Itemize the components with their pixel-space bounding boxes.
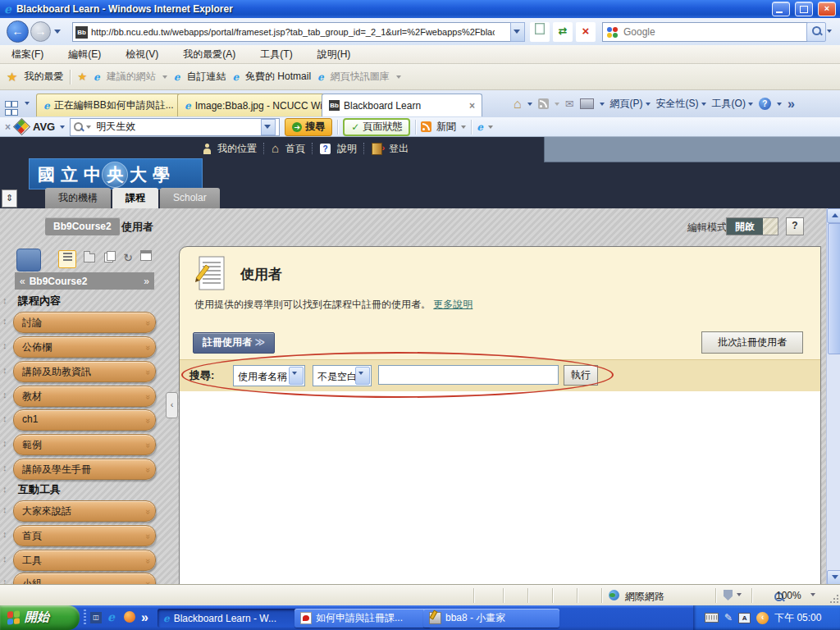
- menu-file[interactable]: 檔案(F): [5, 45, 50, 64]
- menu-favorites[interactable]: 我的最愛(A): [176, 45, 242, 64]
- restore-button[interactable]: [795, 2, 813, 16]
- back-button[interactable]: ←: [7, 21, 29, 43]
- google-search-box[interactable]: [602, 22, 814, 42]
- tab-courses[interactable]: 課程: [112, 188, 158, 208]
- sidebar-item-handbook[interactable]: 講師及學生手冊»: [13, 459, 156, 480]
- list-view-icon[interactable]: [58, 250, 76, 268]
- layout-view-icon[interactable]: [138, 250, 154, 267]
- webslices-dropdown-icon[interactable]: [396, 75, 401, 79]
- scrollbar-thumb[interactable]: [828, 223, 840, 354]
- close-button[interactable]: ×: [818, 2, 836, 16]
- more-help-link[interactable]: 更多說明: [433, 299, 472, 310]
- home-dropdown[interactable]: [527, 103, 532, 106]
- task-paint[interactable]: bba8 - 小畫家: [423, 609, 559, 628]
- scroll-up-button[interactable]: [827, 208, 840, 223]
- zoom-level[interactable]: 100%: [776, 590, 801, 601]
- refresh-button[interactable]: ⇄: [553, 22, 573, 42]
- recent-pages-dropdown[interactable]: [54, 30, 61, 34]
- ime-tray-icon[interactable]: A: [738, 613, 751, 623]
- quick-launch-overflow-icon[interactable]: »: [141, 610, 148, 625]
- menu-view[interactable]: 檢視(V): [119, 45, 165, 64]
- drag-handle-icon[interactable]: ↕: [2, 413, 7, 423]
- sidebar-item-tools[interactable]: 工具»: [13, 550, 156, 571]
- nav-logout[interactable]: 登出: [389, 142, 409, 156]
- read-mail-icon[interactable]: ✉: [565, 98, 574, 110]
- drag-handle-icon[interactable]: ↕: [2, 504, 7, 514]
- sidebar-item-lets-talk[interactable]: 大家來說話»: [13, 500, 156, 522]
- tab-wiki-image[interactable]: e Image:Bba8.jpg - NCUCC Wiki: [177, 94, 333, 116]
- address-field[interactable]: Bb http://bb.ncu.edu.tw/webapps/portal/f…: [72, 22, 517, 42]
- news-dropdown[interactable]: [461, 126, 466, 129]
- sidebar-item-materials[interactable]: 教材»: [13, 386, 156, 407]
- sidebar-collapse-button[interactable]: ‹: [166, 392, 178, 418]
- favorites-button[interactable]: 我的最愛: [24, 70, 63, 84]
- command-page[interactable]: 網頁(P): [610, 97, 651, 111]
- rss-feeds-icon[interactable]: [538, 98, 549, 109]
- favorites-link-suggested[interactable]: 建議的網站: [107, 70, 156, 84]
- tab-scholar[interactable]: Scholar: [160, 188, 220, 208]
- address-dropdown-button[interactable]: [510, 22, 525, 42]
- add-favorite-icon[interactable]: ★: [77, 71, 87, 83]
- quick-launch-icon-1[interactable]: ◫: [90, 612, 102, 623]
- home-icon[interactable]: ⌂: [514, 97, 522, 112]
- avg-extra-icon[interactable]: e: [477, 121, 483, 133]
- avg-search-button[interactable]: ➔ 搜尋: [285, 118, 332, 136]
- tab-my-institution[interactable]: 我的機構: [45, 188, 111, 208]
- avg-search-type-dropdown[interactable]: [86, 126, 91, 129]
- menu-help[interactable]: 說明(H): [311, 45, 358, 64]
- quick-tabs-button[interactable]: [5, 96, 16, 116]
- frame-resize-handle[interactable]: ⇕: [2, 189, 17, 208]
- search-options-dropdown[interactable]: [827, 30, 832, 33]
- overflow-chevron-icon[interactable]: »: [788, 97, 795, 112]
- drag-handle-icon[interactable]: ↕: [2, 577, 7, 584]
- print-icon[interactable]: [580, 98, 594, 109]
- drag-handle-icon[interactable]: ↕: [2, 484, 7, 494]
- favorites-link-webslices[interactable]: 網頁快訊圖庫: [331, 70, 390, 84]
- favorites-link-custom[interactable]: 自訂連結: [186, 70, 226, 84]
- sidebar-item-instructor-info[interactable]: 講師及助教資訊»: [13, 361, 156, 382]
- scroll-down-button[interactable]: [827, 570, 840, 585]
- sidebar-item-ch1[interactable]: ch1»: [13, 409, 156, 431]
- quick-launch-grip[interactable]: [84, 609, 86, 626]
- avg-search-box[interactable]: [70, 118, 280, 136]
- enroll-user-button[interactable]: 註冊使用者 ≫: [193, 332, 275, 354]
- compatibility-view-button[interactable]: [530, 22, 550, 42]
- expand-icon[interactable]: »: [144, 276, 149, 287]
- drag-handle-icon[interactable]: ↕: [2, 463, 7, 472]
- smartscreen-shield-icon[interactable]: [724, 590, 733, 600]
- sidebar-item-homepage[interactable]: 首頁»: [13, 525, 156, 546]
- pen-tray-icon[interactable]: ✎: [724, 612, 733, 623]
- tab-close-icon[interactable]: ×: [469, 100, 475, 112]
- drag-handle-icon[interactable]: ↕: [2, 340, 7, 350]
- drag-handle-icon[interactable]: ↕: [2, 438, 7, 448]
- smartscreen-dropdown[interactable]: [737, 593, 742, 596]
- favorites-link-hotmail[interactable]: 免費的 Hotmail: [245, 70, 311, 84]
- drag-handle-icon[interactable]: ↕: [2, 529, 7, 539]
- suggested-dropdown-icon[interactable]: [162, 75, 167, 79]
- page-scrollbar[interactable]: [826, 208, 840, 584]
- avg-news-button[interactable]: 新聞: [436, 120, 456, 134]
- resize-grip[interactable]: [829, 595, 838, 605]
- minimize-button[interactable]: [772, 2, 790, 16]
- refresh-view-icon[interactable]: ↻: [120, 250, 136, 267]
- drag-handle-icon[interactable]: ↕: [2, 316, 7, 326]
- sidebar-item-groups[interactable]: 小組»: [13, 573, 156, 584]
- avg-extra-dropdown[interactable]: [488, 126, 493, 129]
- quick-launch-icon-3[interactable]: [124, 611, 135, 623]
- drag-handle-icon[interactable]: ↕: [2, 390, 7, 399]
- display-view-icon[interactable]: [100, 250, 116, 267]
- help-dropdown[interactable]: [777, 103, 782, 106]
- start-button[interactable]: 開始: [0, 605, 80, 630]
- menu-tools[interactable]: 工具(T): [253, 45, 299, 64]
- print-dropdown[interactable]: [600, 103, 605, 106]
- help-icon[interactable]: ?: [759, 98, 771, 110]
- avg-page-status-button[interactable]: ✓ 頁面狀態: [343, 118, 410, 136]
- forward-button[interactable]: →: [30, 21, 51, 42]
- tab-blackboard-learn[interactable]: Bb Blackboard Learn ×: [322, 94, 482, 116]
- edit-mode-toggle[interactable]: 開啟: [726, 217, 778, 235]
- avg-close-icon[interactable]: ×: [5, 121, 11, 133]
- folder-view-icon[interactable]: [81, 250, 98, 267]
- batch-enroll-button[interactable]: 批次註冊使用者: [701, 331, 803, 354]
- task-blackboard[interactable]: e Blackboard Learn - W...: [158, 609, 302, 628]
- nav-my-places[interactable]: 我的位置: [217, 142, 257, 156]
